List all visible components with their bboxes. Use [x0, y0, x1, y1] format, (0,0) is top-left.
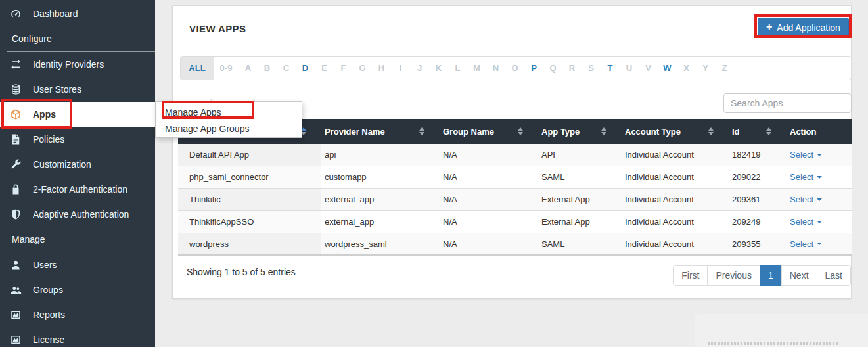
sidebar-item-policies[interactable]: Policies	[0, 127, 155, 152]
column-header-id[interactable]: Id	[728, 119, 786, 144]
flyout-item-manage-apps[interactable]: Manage Apps	[156, 104, 302, 121]
sidebar-item-users[interactable]: Users	[0, 252, 155, 277]
alphabet-filter-u[interactable]: U	[620, 57, 639, 80]
table-row: ThinkificAppSSOexternal_appN/AExternal A…	[178, 211, 852, 233]
sidebar-item-2-factor-authentication[interactable]: 2-Factor Authentication	[0, 177, 155, 202]
plus-icon: +	[766, 22, 772, 32]
table-row: wordpresswordpress_samlN/ASAMLIndividual…	[178, 233, 852, 256]
sidebar-section-manage: Manage	[0, 227, 155, 252]
alphabet-filter-f[interactable]: F	[334, 57, 353, 80]
alphabet-filter-n[interactable]: N	[486, 57, 505, 80]
cell-text: 209022	[732, 172, 760, 182]
alphabet-filter-b[interactable]: B	[258, 57, 277, 80]
sidebar-item-customization[interactable]: Customization	[0, 152, 155, 177]
alphabet-filter-t[interactable]: T	[601, 57, 620, 80]
alphabet-filter-m[interactable]: M	[467, 57, 486, 80]
alphabet-filter-h[interactable]: H	[372, 57, 391, 80]
flyout-item-manage-app-groups[interactable]: Manage App Groups	[156, 121, 302, 137]
pagination: FirstPrevious1NextLast	[673, 265, 851, 286]
pagination-last[interactable]: Last	[817, 265, 851, 286]
alphabet-filter-x[interactable]: X	[677, 57, 696, 80]
alphabet-filter-w[interactable]: W	[658, 57, 677, 80]
column-header-app-type[interactable]: App Type	[537, 119, 621, 144]
cell-account_type: Individual Account	[621, 144, 728, 166]
cell-text: 209361	[732, 195, 760, 204]
alphabet-filter-r[interactable]: R	[562, 57, 582, 80]
pagination-first[interactable]: First	[673, 265, 708, 286]
sidebar-item-dashboard[interactable]: Dashboard	[0, 1, 155, 26]
cell-text: api	[325, 150, 336, 160]
sidebar-item-apps[interactable]: Apps	[0, 102, 155, 127]
alphabet-filter-g[interactable]: G	[353, 57, 372, 80]
cell-text: External App	[541, 195, 590, 204]
pagination-previous[interactable]: Previous	[707, 265, 760, 286]
search-apps-input[interactable]	[723, 93, 852, 113]
alphabet-filter: ALL0-9ABCDEFGHIJKLMNOPQRSTUVWXYZ	[180, 56, 852, 80]
alphabet-filter-j[interactable]: J	[410, 57, 429, 80]
alphabet-filter-k[interactable]: K	[429, 57, 448, 80]
alphabet-filter-p[interactable]: P	[524, 57, 543, 80]
alphabet-filter-d[interactable]: D	[296, 57, 315, 80]
sidebar-section-label: Configure	[12, 34, 52, 44]
cell-text: php_saml_connector	[189, 172, 269, 182]
cell-text: N/A	[443, 195, 457, 204]
sidebar-item-label: Users	[33, 260, 57, 270]
sidebar-item-user-stores[interactable]: User Stores	[0, 77, 155, 102]
column-header-action: Action	[786, 119, 852, 144]
column-header-provider-name[interactable]: Provider Name	[321, 119, 439, 144]
sidebar-item-identity-providers[interactable]: Identity Providers	[0, 52, 155, 77]
alphabet-filter-a[interactable]: A	[239, 57, 258, 80]
alphabet-filter-y[interactable]: Y	[696, 57, 715, 80]
column-header-account-type[interactable]: Account Type	[621, 119, 728, 144]
lock-icon	[10, 183, 22, 195]
alphabet-filter-i[interactable]: I	[391, 57, 410, 80]
sidebar-item-reports[interactable]: Reports	[0, 302, 155, 327]
alphabet-filter-0-9[interactable]: 0-9	[214, 57, 239, 80]
pagination-1[interactable]: 1	[760, 265, 782, 286]
alphabet-filter-s[interactable]: S	[582, 57, 601, 80]
sidebar-item-label: Dashboard	[33, 9, 78, 19]
alphabet-filter-l[interactable]: L	[448, 57, 467, 80]
area-chart-icon	[10, 309, 22, 321]
sidebar-item-license[interactable]: License	[0, 327, 155, 347]
sort-desc-icon	[708, 132, 714, 135]
apps-table-body: Default API AppapiN/AAPIIndividual Accou…	[178, 144, 852, 256]
column-header-label: Provider Name	[325, 127, 385, 137]
apps-table: App NameProvider NameGroup NameApp TypeA…	[178, 119, 852, 256]
sort-asc-icon	[766, 127, 771, 131]
table-row: Default API AppapiN/AAPIIndividual Accou…	[178, 144, 852, 166]
sidebar-section-label: Manage	[12, 234, 45, 244]
alphabet-filter-o[interactable]: O	[505, 57, 524, 80]
alphabet-filter-z[interactable]: Z	[715, 57, 734, 80]
cell-app_type: External App	[537, 189, 621, 210]
cell-group_name: N/A	[439, 189, 537, 210]
pagination-next[interactable]: Next	[781, 265, 817, 286]
alphabet-filter-v[interactable]: V	[639, 57, 658, 80]
alphabet-filter-q[interactable]: Q	[543, 57, 562, 80]
alphabet-filter-e[interactable]: E	[315, 57, 334, 80]
cell-app_name: Default API App	[178, 144, 321, 166]
cell-text: wordpress_saml	[325, 239, 387, 249]
cell-id: 182419	[728, 144, 786, 166]
caret-down-icon	[817, 243, 822, 245]
sidebar-item-groups[interactable]: Groups	[0, 277, 155, 302]
cell-action: Select	[786, 144, 852, 166]
sort-arrows-icon	[518, 127, 523, 135]
select-action-link[interactable]: Select	[790, 195, 822, 204]
column-header-label: Action	[790, 127, 816, 137]
add-application-button[interactable]: + Add Application	[758, 18, 849, 37]
page-title: VIEW APPS	[189, 23, 246, 34]
cell-app_name: ThinkificAppSSO	[178, 211, 321, 233]
select-action-link[interactable]: Select	[790, 150, 822, 160]
select-action-link[interactable]: Select	[790, 217, 822, 227]
sidebar-item-adaptive-authentication[interactable]: Adaptive Authentication	[0, 202, 155, 227]
column-header-group-name[interactable]: Group Name	[439, 119, 537, 144]
alphabet-filter-all[interactable]: ALL	[181, 57, 214, 80]
column-header-label: Account Type	[625, 127, 681, 137]
select-action-link[interactable]: Select	[790, 239, 822, 249]
cell-action: Select	[786, 189, 852, 210]
cell-text: SAML	[541, 172, 564, 182]
select-action-link[interactable]: Select	[790, 172, 822, 182]
alphabet-filter-c[interactable]: C	[277, 57, 296, 80]
sidebar-item-label: License	[33, 335, 64, 345]
